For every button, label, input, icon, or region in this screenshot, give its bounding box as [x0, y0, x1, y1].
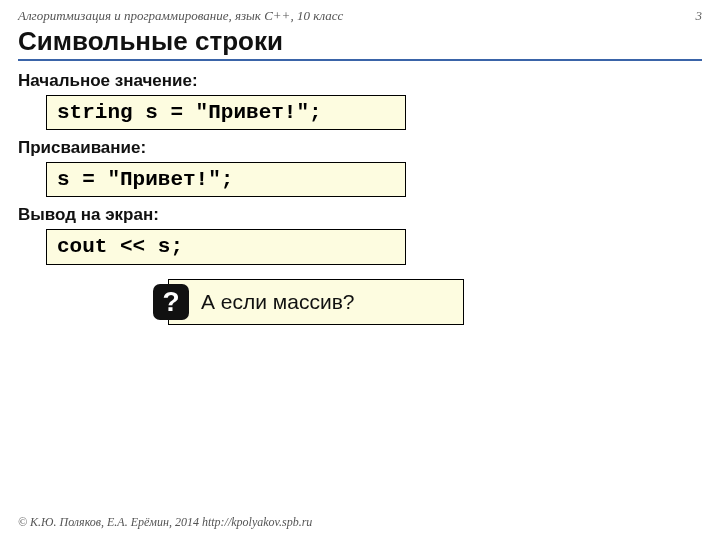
footer-copyright: © К.Ю. Поляков, Е.А. Ерёмин, 2014 http:/… — [18, 515, 312, 530]
section-label-assign: Присваивание: — [18, 138, 702, 158]
section-label-output: Вывод на экран: — [18, 205, 702, 225]
question-icon: ? — [153, 284, 189, 320]
callout-box: ? А если массив? — [168, 279, 464, 325]
slide: Алгоритмизация и программирование, язык … — [0, 0, 720, 325]
page-number: 3 — [696, 8, 703, 24]
course-name: Алгоритмизация и программирование, язык … — [18, 8, 343, 24]
callout-text: А если массив? — [201, 290, 355, 314]
header-line: Алгоритмизация и программирование, язык … — [18, 8, 702, 24]
code-output: cout << s; — [46, 229, 406, 264]
section-label-initial: Начальное значение: — [18, 71, 702, 91]
page-title: Символьные строки — [18, 26, 702, 57]
code-initial: string s = "Привет!"; — [46, 95, 406, 130]
title-rule — [18, 59, 702, 61]
code-assign: s = "Привет!"; — [46, 162, 406, 197]
